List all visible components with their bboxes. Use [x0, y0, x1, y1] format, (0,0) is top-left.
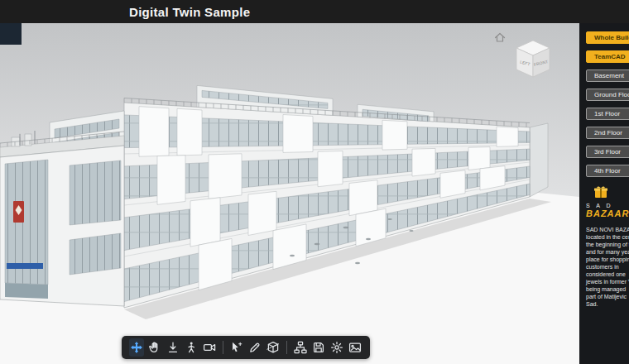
- tool-model-tree-button[interactable]: [293, 338, 308, 357]
- right-sidebar: Whole BuildingTeamCADBasementGround Floo…: [579, 23, 629, 364]
- floor-button-whole-building[interactable]: Whole Building: [586, 31, 629, 44]
- save-icon: [312, 341, 325, 354]
- header-bar: Digital Twin Sample: [0, 0, 629, 23]
- toolbar-separator: [286, 341, 287, 354]
- draw-icon: [248, 341, 262, 354]
- floor-button-4th-floor[interactable]: 4th Floor: [586, 165, 629, 177]
- description-line: part of Matijevic: [586, 293, 629, 300]
- description-line: jewels in former Y: [586, 278, 629, 285]
- description-line: place for shoppin: [586, 256, 629, 263]
- floor-button-3rd-floor[interactable]: 3rd Floor: [586, 146, 629, 158]
- walk-icon: [185, 341, 198, 354]
- tool-draw-button[interactable]: [247, 338, 262, 357]
- corner-panel[interactable]: [0, 23, 22, 45]
- pull-down-icon: [166, 341, 180, 354]
- description-line: located in the cen: [586, 233, 629, 241]
- floor-button-1st-floor[interactable]: 1st Floor: [586, 108, 629, 120]
- description-line: being managed: [586, 285, 629, 293]
- tool-section-button[interactable]: [266, 338, 281, 357]
- brand-name: S A D: [586, 203, 629, 208]
- floor-button-ground-floor[interactable]: Ground Floor: [586, 89, 629, 101]
- viewer-canvas[interactable]: LEFT FRONT: [0, 23, 579, 364]
- description-line: SAD NOVI BAZAAR: [586, 226, 629, 233]
- brand-logo-icon: [593, 184, 609, 200]
- floor-button-list: Whole BuildingTeamCADBasementGround Floo…: [586, 31, 629, 177]
- blue-store-sign: [7, 263, 43, 269]
- orbit-icon: [130, 341, 143, 354]
- toolbar-separator: [223, 341, 223, 354]
- page-title: Digital Twin Sample: [0, 5, 250, 19]
- description-line: considered one: [586, 271, 629, 278]
- tool-pull-down-button[interactable]: [166, 338, 180, 357]
- floor-button-teamcad[interactable]: TeamCAD: [586, 50, 629, 63]
- settings-icon: [330, 341, 343, 354]
- tool-save-button[interactable]: [311, 338, 326, 357]
- view-cube-icon: LEFT FRONT: [513, 38, 553, 83]
- description-line: and for many year: [586, 248, 629, 256]
- home-icon: [493, 31, 507, 44]
- description-line: Sad.: [586, 300, 629, 308]
- viewer-toolbar: [122, 336, 370, 359]
- tool-pan-button[interactable]: [147, 338, 162, 357]
- left-wing-block: [0, 134, 124, 306]
- view-cube[interactable]: LEFT FRONT: [513, 38, 553, 83]
- floor-button-2nd-floor[interactable]: 2nd Floor: [586, 127, 629, 139]
- description-line: customers in: [586, 263, 629, 271]
- tool-select-button[interactable]: [229, 338, 244, 357]
- tool-orbit-button[interactable]: [129, 338, 144, 357]
- brand-block: S A D BAZAAR: [586, 184, 629, 218]
- camera-icon: [203, 341, 216, 354]
- description-line: the beginning of t: [586, 241, 629, 248]
- building-description: SAD NOVI BAZAARlocated in the centhe beg…: [586, 226, 629, 308]
- brand-word: BAZAAR: [586, 208, 629, 218]
- section-icon: [266, 341, 280, 354]
- tool-camera-button[interactable]: [202, 338, 217, 357]
- capture-icon: [348, 341, 362, 354]
- tool-settings-button[interactable]: [329, 338, 344, 357]
- model-tree-icon: [294, 341, 307, 354]
- tool-walk-button[interactable]: [184, 338, 199, 357]
- floor-button-basement[interactable]: Basement: [586, 69, 629, 82]
- home-button[interactable]: [493, 31, 507, 44]
- tool-capture-button[interactable]: [348, 338, 363, 357]
- building-model-3d[interactable]: [0, 23, 579, 364]
- pan-icon: [148, 341, 161, 354]
- select-icon: [230, 341, 243, 354]
